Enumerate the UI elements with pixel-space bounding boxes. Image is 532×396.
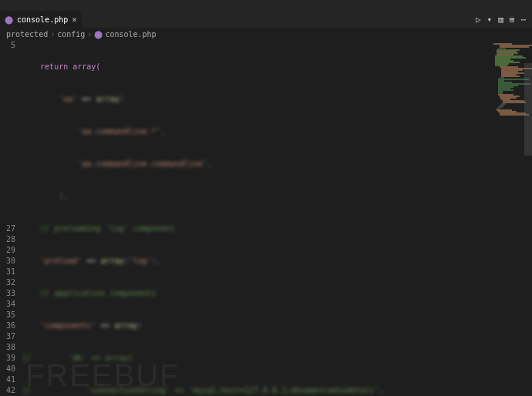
line-number: 31 [0, 267, 15, 277]
titlebar [0, 0, 532, 11]
breadcrumb-seg-config[interactable]: config [57, 30, 85, 39]
editor-actions: ▷ ▾ ▥ ⊞ ⋯ [476, 11, 532, 28]
line-number: 27 [0, 223, 15, 234]
more-actions-icon[interactable]: ⋯ [520, 15, 526, 25]
vertical-scrollbar[interactable] [524, 40, 532, 396]
line-number: 30 [0, 256, 15, 267]
line-number: 37 [0, 331, 15, 342]
watermark: FREEBUF [25, 370, 180, 381]
tab-console-php[interactable]: ⬤ console.php × [0, 11, 82, 28]
line-number: 33 [0, 288, 15, 299]
line-number: 34 [0, 299, 15, 310]
line-number: 36 [0, 320, 15, 331]
line-number: 38 [0, 342, 15, 353]
breadcrumb-seg-file[interactable]: console.php [105, 30, 156, 39]
line-number: 41 [0, 374, 15, 385]
scroll-thumb[interactable] [524, 63, 532, 156]
line-number: 5 [0, 40, 15, 51]
breadcrumb-seg-protected[interactable]: protected [6, 30, 48, 39]
tab-bar: ⬤ console.php × ▷ ▾ ▥ ⊞ ⋯ [0, 11, 532, 28]
php-file-icon: ⬤ [5, 15, 13, 24]
chevron-right-icon: › [50, 30, 55, 39]
line-number: 32 [0, 277, 15, 288]
php-file-icon: ⬤ [94, 30, 103, 39]
close-icon[interactable]: × [72, 15, 77, 25]
code-text: return array( [22, 62, 100, 71]
line-number: 28 [0, 234, 15, 245]
tab-label: console.php [17, 15, 68, 24]
line-number: 42 [0, 385, 15, 396]
editor[interactable]: 5 27282930313233343536373839404142434445… [0, 40, 532, 396]
layout-icon[interactable]: ⊞ [510, 15, 515, 25]
run-menu-icon[interactable]: ▾ [487, 15, 493, 25]
chevron-right-icon: › [87, 30, 92, 39]
line-number: 39 [0, 353, 15, 364]
code-area[interactable]: return array( 'aa' => array( 'aa.command… [22, 40, 532, 396]
line-number: 35 [0, 310, 15, 320]
breadcrumb[interactable]: protected › config › ⬤ console.php [0, 28, 532, 40]
gutter: 5 27282930313233343536373839404142434445… [0, 40, 22, 396]
run-icon[interactable]: ▷ [476, 15, 481, 25]
line-number: 40 [0, 364, 15, 374]
line-number: 29 [0, 245, 15, 256]
split-editor-icon[interactable]: ▥ [498, 15, 503, 25]
